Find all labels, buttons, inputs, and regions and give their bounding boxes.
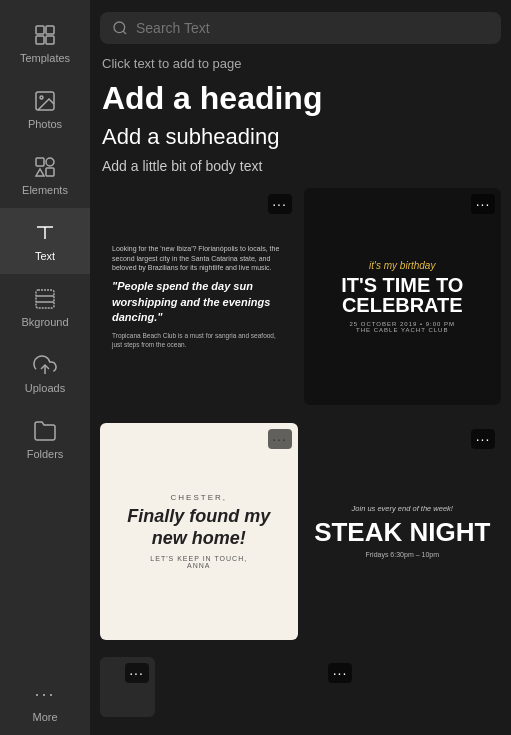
sidebar-item-templates[interactable]: Templates <box>0 10 90 76</box>
card4-subtitle: Join us every end of the week! <box>352 504 453 513</box>
sidebar-item-photos[interactable]: Photos <box>0 76 90 142</box>
sidebar-item-label-background: Bkground <box>21 316 68 328</box>
card3-main: Finally found my new home! <box>112 506 286 549</box>
sidebar-item-elements[interactable]: Elements <box>0 142 90 208</box>
search-input[interactable] <box>136 20 489 36</box>
body-sample[interactable]: Add a little bit of body text <box>102 158 499 174</box>
background-icon <box>32 286 58 312</box>
sidebar-item-text[interactable]: Text <box>0 208 90 274</box>
sidebar-item-uploads[interactable]: Uploads <box>0 340 90 406</box>
card-menu-button[interactable]: ··· <box>471 194 495 214</box>
sidebar-item-label-templates: Templates <box>20 52 70 64</box>
search-bar[interactable] <box>100 12 501 44</box>
svg-line-17 <box>123 31 126 34</box>
sidebar-item-label-more: More <box>32 711 57 723</box>
card1-small-text: Looking for the 'new Ibiza'? Florianópol… <box>112 244 286 273</box>
template-card-partial-left[interactable]: ··· <box>100 657 155 717</box>
sidebar-item-folders[interactable]: Folders <box>0 406 90 472</box>
svg-rect-0 <box>36 26 44 34</box>
card-menu-button[interactable]: ··· <box>328 663 352 683</box>
template-card-steak[interactable]: ··· Join us every end of the week! STEAK… <box>304 423 502 640</box>
template-card-chester[interactable]: ··· CHESTER, Finally found my new home! … <box>100 423 298 640</box>
menu-dots-icon: ··· <box>333 666 348 680</box>
sidebar: Templates Photos Elements Text Bkground <box>0 0 90 735</box>
templates-grid: ··· Looking for the 'new Ibiza'? Florian… <box>90 182 511 735</box>
menu-dots-icon: ··· <box>272 432 287 446</box>
instruction-text: Click text to add to page <box>90 52 511 79</box>
folders-icon <box>32 418 58 444</box>
menu-dots-icon: ··· <box>476 197 491 211</box>
card4-title: STEAK NIGHT <box>314 519 490 545</box>
card1-footer: Tropicana Beach Club is a must for sangr… <box>112 331 286 349</box>
sidebar-item-label-uploads: Uploads <box>25 382 65 394</box>
menu-dots-icon: ··· <box>272 197 287 211</box>
card3-name: CHESTER, <box>171 493 227 502</box>
svg-marker-8 <box>36 169 44 176</box>
sidebar-item-label-folders: Folders <box>27 448 64 460</box>
card-menu-button[interactable]: ··· <box>268 194 292 214</box>
sidebar-item-more[interactable]: ··· More <box>0 669 90 735</box>
svg-rect-1 <box>46 26 54 34</box>
more-icon: ··· <box>32 681 58 707</box>
svg-rect-6 <box>36 158 44 166</box>
svg-rect-12 <box>36 290 54 308</box>
svg-point-16 <box>114 22 125 33</box>
text-samples-panel: Add a heading Add a subheading Add a lit… <box>90 79 511 182</box>
menu-dots-icon: ··· <box>129 666 144 680</box>
svg-rect-3 <box>46 36 54 44</box>
card2-title: IT'S TIME TO CELEBRATE <box>314 275 492 315</box>
search-icon <box>112 20 128 36</box>
text-icon <box>32 220 58 246</box>
sidebar-item-label-elements: Elements <box>22 184 68 196</box>
sidebar-item-label-photos: Photos <box>28 118 62 130</box>
card2-script: it's my birthday <box>369 260 435 271</box>
subheading-sample[interactable]: Add a subheading <box>102 123 499 152</box>
main-panel: Click text to add to page Add a heading … <box>90 0 511 735</box>
card2-details: 25 OCTOBER 2019 • 9:00 PM THE CABLE YACH… <box>349 321 455 333</box>
svg-rect-2 <box>36 36 44 44</box>
sidebar-item-background[interactable]: Bkground <box>0 274 90 340</box>
more-dots-icon: ··· <box>34 685 55 703</box>
card-menu-button[interactable]: ··· <box>268 429 292 449</box>
heading-sample[interactable]: Add a heading <box>102 79 499 117</box>
template-card-partial-right[interactable]: ··· <box>304 657 359 717</box>
card-menu-button[interactable]: ··· <box>471 429 495 449</box>
elements-icon <box>32 154 58 180</box>
template-card-beach[interactable]: ··· Looking for the 'new Ibiza'? Florian… <box>100 188 298 405</box>
card3-footer: LET'S KEEP IN TOUCH, Anna <box>150 555 247 569</box>
template-card-birthday[interactable]: ··· it's my birthday IT'S TIME TO CELEBR… <box>304 188 502 405</box>
templates-icon <box>32 22 58 48</box>
svg-point-5 <box>40 96 43 99</box>
card4-time: Fridays 6:30pm – 10pm <box>365 551 439 558</box>
card-menu-button[interactable]: ··· <box>125 663 149 683</box>
sidebar-item-label-text: Text <box>35 250 55 262</box>
menu-dots-icon: ··· <box>476 432 491 446</box>
uploads-icon <box>32 352 58 378</box>
svg-point-7 <box>46 158 54 166</box>
card1-quote: "People spend the day sun worshipping an… <box>112 279 286 325</box>
svg-rect-9 <box>46 168 54 176</box>
photos-icon <box>32 88 58 114</box>
